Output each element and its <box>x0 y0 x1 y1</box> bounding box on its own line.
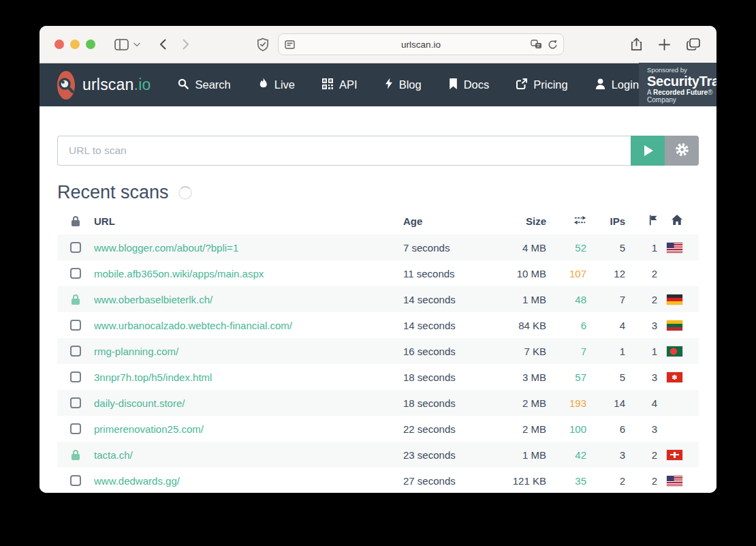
sponsor-badge[interactable]: Sponsored by SecurityTrails A Recorded F… <box>639 63 716 108</box>
qrcode-icon <box>322 78 333 92</box>
window-controls <box>54 40 95 49</box>
lock-closed-icon <box>71 294 80 305</box>
country-flag <box>667 398 682 408</box>
nav-item-search[interactable]: Search <box>178 78 230 92</box>
scan-size: 3 MB <box>499 371 546 383</box>
minimize-window-button[interactable] <box>70 40 80 49</box>
address-bar[interactable]: urlscan.io 文 <box>278 33 564 55</box>
sponsor-tagline: A Recorded Future® Company <box>647 89 716 104</box>
scan-countries: 3 <box>625 320 657 331</box>
home-icon <box>672 215 682 227</box>
table-row[interactable]: www.dedwards.gg/ 27 seconds 121 KB 35 2 … <box>57 468 699 493</box>
country-flag <box>667 476 682 486</box>
close-window-button[interactable] <box>54 40 64 49</box>
scan-ips: 5 <box>586 242 625 254</box>
country-flag <box>667 450 682 460</box>
address-bar-text[interactable]: urlscan.io <box>279 40 563 50</box>
flag-icon <box>648 215 657 228</box>
scan-url-link[interactable]: daily-discount.store/ <box>94 397 403 409</box>
scan-requests: 6 <box>546 320 586 331</box>
table-row[interactable]: 3nnpr7h.top/h5/index.html 18 seconds 3 M… <box>57 364 699 390</box>
lock-open-icon <box>70 268 81 279</box>
nav-item-docs[interactable]: Docs <box>449 78 490 92</box>
requests-column-header[interactable] <box>546 215 586 227</box>
table-row[interactable]: daily-discount.store/ 18 seconds 2 MB 19… <box>57 390 699 416</box>
lock-header-icon[interactable] <box>57 215 94 226</box>
privacy-shield-icon[interactable] <box>256 37 270 52</box>
nav-item-pricing[interactable]: Pricing <box>516 78 567 92</box>
url-to-scan-input[interactable] <box>57 136 631 166</box>
desktop-background: urlscan.io 文 <box>0 0 756 546</box>
scan-url-link[interactable]: www.dedwards.gg/ <box>94 475 403 487</box>
share-icon[interactable] <box>631 37 642 52</box>
scan-age: 23 seconds <box>403 449 499 461</box>
recent-scans-title: Recent scans <box>57 182 169 203</box>
table-row[interactable]: www.urbanocalzado.webtech-financial.com/… <box>57 312 699 338</box>
scan-ips: 14 <box>586 397 625 409</box>
countries-column-header[interactable] <box>625 215 657 228</box>
scan-url-link[interactable]: rmg-planning.com/ <box>94 346 403 357</box>
nav-item-api[interactable]: API <box>322 78 358 92</box>
scan-url-link[interactable]: www.urbanocalzado.webtech-financial.com/ <box>94 320 403 331</box>
nav-item-label: Blog <box>399 78 422 91</box>
reload-icon[interactable] <box>548 40 557 50</box>
sponsor-name: SecurityTrails <box>647 74 716 89</box>
nav-item-live[interactable]: Live <box>258 78 295 92</box>
new-tab-icon[interactable] <box>659 39 670 50</box>
scan-countries: 2 <box>625 268 657 279</box>
scan-size: 1 MB <box>499 449 546 461</box>
lock-open-icon <box>70 371 81 382</box>
scan-age: 7 seconds <box>403 242 499 254</box>
url-column-header[interactable]: URL <box>94 215 403 227</box>
brand-link[interactable]: urlscan.io <box>82 76 151 94</box>
scan-countries: 2 <box>625 294 657 305</box>
scan-submit-button[interactable] <box>631 136 665 166</box>
scan-size: 10 MB <box>499 268 546 279</box>
fire-icon <box>258 78 268 92</box>
size-column-header[interactable]: Size <box>499 215 546 227</box>
scan-size: 84 KB <box>499 320 546 331</box>
browser-window: urlscan.io 文 <box>40 26 716 493</box>
scan-size: 7 KB <box>499 346 546 357</box>
page-country-column-header[interactable] <box>657 215 682 227</box>
lock-open-icon <box>70 346 81 357</box>
age-column-header[interactable]: Age <box>403 215 499 227</box>
nav-item-login[interactable]: Login <box>595 78 639 92</box>
nav-item-label: Live <box>274 78 295 91</box>
nav-item-blog[interactable]: Blog <box>385 78 422 92</box>
table-row[interactable]: www.blogger.com/about/?bpli=1 7 seconds … <box>57 234 699 260</box>
bolt-icon <box>385 78 393 92</box>
zoom-window-button[interactable] <box>86 40 95 49</box>
scan-url-link[interactable]: www.blogger.com/about/?bpli=1 <box>94 242 403 254</box>
table-row[interactable]: mobile.afb365on.wiki/apps/main.aspx 11 s… <box>57 260 699 286</box>
country-flag <box>667 320 682 331</box>
scan-age: 14 seconds <box>403 294 499 305</box>
scan-url-link[interactable]: tacta.ch/ <box>94 449 403 461</box>
table-row[interactable]: primerenovation25.com/ 22 seconds 2 MB 1… <box>57 416 699 442</box>
table-row[interactable]: rmg-planning.com/ 16 seconds 7 KB 7 1 1 <box>57 338 699 364</box>
browser-toolbar: urlscan.io 文 <box>40 26 716 63</box>
nav-item-label: Login <box>612 78 639 91</box>
scan-options-button[interactable] <box>665 136 699 166</box>
scan-url-link[interactable]: 3nnpr7h.top/h5/index.html <box>94 371 403 383</box>
table-row[interactable]: www.oberbaselbieterlk.ch/ 14 seconds 1 M… <box>57 286 699 312</box>
scan-age: 11 seconds <box>403 268 499 279</box>
scan-requests: 100 <box>546 423 586 435</box>
sidebar-toggle-icon[interactable] <box>114 39 129 50</box>
translate-icon[interactable]: 文 <box>531 40 542 49</box>
tab-overview-icon[interactable] <box>687 38 700 50</box>
ips-column-header[interactable]: IPs <box>586 215 625 227</box>
table-row[interactable]: tacta.ch/ 23 seconds 1 MB 42 3 2 <box>57 442 699 468</box>
scan-url-link[interactable]: mobile.afb365on.wiki/apps/main.aspx <box>94 268 403 279</box>
table-header-row: URL Age Size IPs <box>57 207 699 234</box>
forward-button[interactable] <box>183 39 189 50</box>
urlscan-logo[interactable] <box>57 71 75 100</box>
scan-url-link[interactable]: www.oberbaselbieterlk.ch/ <box>94 294 403 305</box>
nav-item-label: API <box>339 78 358 91</box>
play-icon <box>644 145 653 156</box>
chevron-down-icon[interactable] <box>133 42 140 47</box>
back-button[interactable] <box>159 39 166 50</box>
scan-url-link[interactable]: primerenovation25.com/ <box>94 423 403 435</box>
lock-open-icon <box>70 423 81 434</box>
scan-requests: 7 <box>546 346 586 357</box>
